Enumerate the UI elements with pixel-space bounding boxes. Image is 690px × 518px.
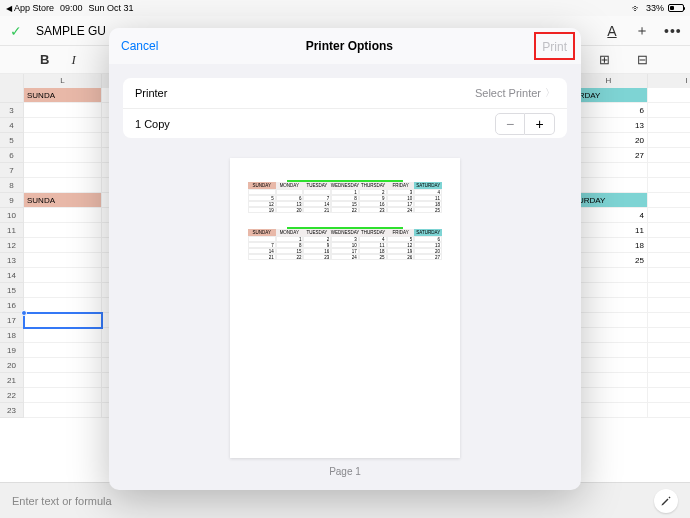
row-header[interactable]: 23 [0, 403, 24, 418]
cell[interactable] [648, 358, 690, 373]
cell[interactable] [24, 403, 102, 418]
cell[interactable]: 25 [570, 253, 648, 268]
cell[interactable] [648, 313, 690, 328]
row-header[interactable]: 3 [0, 103, 24, 118]
cell[interactable] [648, 178, 690, 193]
cell[interactable] [24, 163, 102, 178]
preview-page[interactable]: SUNDAYMONDAYTUESDAYWEDNESDAYTHURSDAYFRID… [230, 158, 460, 458]
cell[interactable] [24, 133, 102, 148]
bold-button[interactable]: B [40, 52, 49, 67]
cell[interactable] [24, 223, 102, 238]
cell[interactable] [24, 148, 102, 163]
row-header[interactable]: 5 [0, 133, 24, 148]
cell[interactable] [648, 88, 690, 103]
row-header[interactable]: 6 [0, 148, 24, 163]
cell[interactable] [24, 268, 102, 283]
row-header[interactable]: 12 [0, 238, 24, 253]
cell[interactable] [570, 178, 648, 193]
row-header[interactable]: 21 [0, 373, 24, 388]
cell[interactable] [570, 373, 648, 388]
cell[interactable] [570, 283, 648, 298]
cell[interactable] [570, 313, 648, 328]
cell[interactable]: TURDAY [570, 193, 648, 208]
cell[interactable]: 20 [570, 133, 648, 148]
add-icon[interactable]: ＋ [634, 22, 650, 40]
cell[interactable] [570, 403, 648, 418]
cell[interactable]: URDAY [570, 88, 648, 103]
row-header[interactable]: 22 [0, 388, 24, 403]
cell[interactable] [648, 298, 690, 313]
cell[interactable] [570, 328, 648, 343]
row-header[interactable]: 15 [0, 283, 24, 298]
cell[interactable]: 11 [570, 223, 648, 238]
cell[interactable] [24, 253, 102, 268]
cell[interactable] [648, 373, 690, 388]
cell[interactable]: 6 [570, 103, 648, 118]
cell[interactable] [648, 103, 690, 118]
font-style-icon[interactable]: A [604, 23, 620, 39]
row-header[interactable]: 13 [0, 253, 24, 268]
cell[interactable] [24, 343, 102, 358]
row-header[interactable]: 7 [0, 163, 24, 178]
cell[interactable] [648, 208, 690, 223]
cell[interactable] [648, 403, 690, 418]
row-header[interactable]: 4 [0, 118, 24, 133]
italic-button[interactable]: I [71, 52, 75, 68]
cell[interactable] [570, 343, 648, 358]
row-header[interactable]: 11 [0, 223, 24, 238]
document-title[interactable]: SAMPLE GU [36, 24, 106, 38]
print-button[interactable]: Print [542, 40, 567, 54]
cell[interactable] [648, 253, 690, 268]
cell[interactable] [648, 388, 690, 403]
cell[interactable] [24, 283, 102, 298]
column-header[interactable] [0, 74, 24, 88]
done-check-icon[interactable]: ✓ [10, 23, 22, 39]
cell[interactable] [24, 358, 102, 373]
row-header[interactable]: 17 [0, 313, 24, 328]
cell[interactable] [570, 358, 648, 373]
cell[interactable]: 18 [570, 238, 648, 253]
column-header[interactable]: L [24, 74, 102, 88]
row-header[interactable]: 18 [0, 328, 24, 343]
more-icon[interactable]: ••• [664, 23, 680, 39]
cell[interactable] [570, 163, 648, 178]
row-header[interactable]: 8 [0, 178, 24, 193]
cell[interactable] [24, 238, 102, 253]
increment-button[interactable]: + [525, 113, 555, 135]
cell[interactable] [24, 118, 102, 133]
cell[interactable] [648, 223, 690, 238]
cell[interactable] [24, 388, 102, 403]
row-header[interactable] [0, 88, 24, 103]
cell[interactable] [648, 163, 690, 178]
cell[interactable] [648, 148, 690, 163]
cell[interactable] [24, 328, 102, 343]
cell[interactable] [648, 118, 690, 133]
cell[interactable] [648, 283, 690, 298]
printer-row[interactable]: Printer Select Printer 〉 [123, 78, 567, 108]
decrement-button[interactable]: − [495, 113, 525, 135]
cell[interactable] [24, 373, 102, 388]
cell[interactable]: SUNDA [24, 88, 102, 103]
row-header[interactable]: 19 [0, 343, 24, 358]
cell[interactable] [24, 298, 102, 313]
insert-column-icon[interactable]: ⊞ [596, 52, 612, 67]
edit-pencil-icon[interactable] [654, 489, 678, 513]
row-header[interactable]: 10 [0, 208, 24, 223]
column-header[interactable]: H [570, 74, 648, 88]
cell[interactable] [648, 268, 690, 283]
cell[interactable] [570, 268, 648, 283]
column-header[interactable]: I [648, 74, 690, 88]
cell[interactable] [24, 178, 102, 193]
cell[interactable]: 13 [570, 118, 648, 133]
row-header[interactable]: 14 [0, 268, 24, 283]
print-preview[interactable]: SUNDAYMONDAYTUESDAYWEDNESDAYTHURSDAYFRID… [109, 152, 581, 490]
cell[interactable] [648, 133, 690, 148]
cell[interactable] [648, 328, 690, 343]
cell[interactable] [24, 103, 102, 118]
cell[interactable] [570, 298, 648, 313]
cell[interactable]: 27 [570, 148, 648, 163]
cell[interactable] [24, 313, 102, 328]
cell[interactable] [570, 388, 648, 403]
cell[interactable] [648, 193, 690, 208]
cell[interactable] [648, 238, 690, 253]
